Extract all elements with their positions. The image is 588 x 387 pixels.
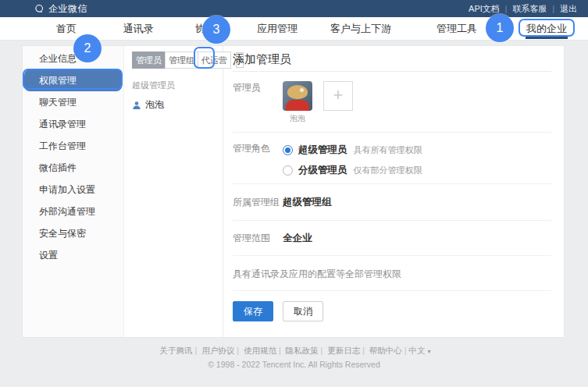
separator: | <box>552 5 554 13</box>
nav-item-customers[interactable]: 客户与上下游 <box>330 17 391 41</box>
role-option-name: 分级管理员 <box>298 164 347 177</box>
scope-field-value: 全企业 <box>283 232 312 245</box>
settings-card: 企业信息 权限管理 聊天管理 通讯录管理 工作台管理 微信插件 申请加入设置 外… <box>22 45 565 338</box>
sidebar-item-external-comm[interactable]: 外部沟通管理 <box>23 201 123 222</box>
topbar-links: API文档 | 联系客服 | 退出 <box>469 3 577 15</box>
nav-item-app-management[interactable]: 应用管理 <box>257 17 298 41</box>
sidebar-item-join-settings[interactable]: 申请加入设置 <box>23 179 123 201</box>
sidebar-item-workbench-management[interactable]: 工作台管理 <box>23 135 123 157</box>
add-admin-form: 添加管理员 管理员 泡泡 + 管理角色 超级管 <box>223 46 564 337</box>
separator: | <box>404 346 407 355</box>
form-actions: 保存 取消 <box>233 291 551 332</box>
app-title: 企业微信 <box>48 2 87 16</box>
group-field-label: 所属管理组 <box>233 196 283 209</box>
group-field-value: 超级管理组 <box>283 196 332 209</box>
avatar-hat-dot <box>300 88 304 92</box>
person-icon <box>132 101 141 110</box>
role-option-super-admin[interactable]: 超级管理员 具有所有管理权限 <box>283 142 422 158</box>
permission-note: 具有通讯录及应用的配置等全部管理权限 <box>233 256 551 291</box>
role-options: 超级管理员 具有所有管理权限 分级管理员 仅有部分管理权限 <box>283 142 422 178</box>
nav-item-admin-tools[interactable]: 管理工具 <box>437 17 477 41</box>
separator: | <box>237 346 239 355</box>
footer-link-privacy[interactable]: 隐私政策 <box>286 346 319 355</box>
radio-unchecked-icon[interactable] <box>283 165 293 176</box>
radio-checked-icon[interactable] <box>283 145 293 155</box>
language-selector[interactable]: 中文 ▾ <box>409 346 431 355</box>
annotation-badge-3: 3 <box>202 16 230 44</box>
separator: | <box>195 346 198 355</box>
api-docs-link[interactable]: API文档 <box>469 3 500 15</box>
admin-member-name: 泡泡 <box>145 98 164 112</box>
cancel-button[interactable]: 取消 <box>283 301 323 321</box>
admin-picker-section: 管理员 泡泡 + <box>233 72 551 133</box>
separator: | <box>362 346 365 355</box>
chevron-down-icon: ▾ <box>427 348 430 355</box>
admin-type-tabs: 管理员 管理组 代运营 + <box>132 51 223 69</box>
scope-field-label: 管理范围 <box>233 232 283 245</box>
role-option-note: 仅有部分管理权限 <box>354 165 422 176</box>
save-button[interactable]: 保存 <box>233 301 273 321</box>
tab-administrators[interactable]: 管理员 <box>132 51 166 69</box>
nav-item-home[interactable]: 首页 <box>56 17 77 41</box>
language-label: 中文 <box>409 346 426 355</box>
role-option-name: 超级管理员 <box>298 144 347 157</box>
admin-avatar-name: 泡泡 <box>283 113 312 124</box>
footer-link-help-center[interactable]: 帮助中心 <box>369 346 402 355</box>
logout-link[interactable]: 退出 <box>560 3 577 15</box>
footer-link-user-agreement[interactable]: 用户协议 <box>201 346 234 355</box>
admin-group-label: 超级管理员 <box>132 80 223 91</box>
sidebar-item-chat-management[interactable]: 聊天管理 <box>23 91 123 113</box>
role-section: 管理角色 超级管理员 具有所有管理权限 分级管理员 仅有部分管理权限 <box>233 133 551 184</box>
add-member-button[interactable]: + <box>323 81 353 111</box>
scope-section: 管理范围 全企业 <box>233 221 551 256</box>
annotation-badge-2: 2 <box>73 34 102 62</box>
role-option-sub-admin[interactable]: 分级管理员 仅有部分管理权限 <box>283 162 422 178</box>
footer-link-usage-rules[interactable]: 使用规范 <box>244 346 276 355</box>
admin-field-label: 管理员 <box>233 81 283 124</box>
settings-sidebar: 企业信息 权限管理 聊天管理 通讯录管理 工作台管理 微信插件 申请加入设置 外… <box>23 46 124 337</box>
annotation-badge-1: 1 <box>486 14 514 42</box>
contact-support-link[interactable]: 联系客服 <box>512 3 547 15</box>
active-nav-underline <box>526 37 568 39</box>
wework-bubble-icon <box>34 4 45 14</box>
admin-group-section: 所属管理组 超级管理组 <box>233 184 551 221</box>
avatar-hat-shape <box>287 85 308 99</box>
sidebar-item-contacts-management[interactable]: 通讯录管理 <box>23 113 123 135</box>
app-logo: 企业微信 <box>34 2 87 16</box>
separator: | <box>321 346 323 355</box>
role-field-label: 管理角色 <box>233 142 283 178</box>
footer-link-about[interactable]: 关于腾讯 <box>160 346 193 355</box>
admin-member-item[interactable]: 泡泡 <box>132 98 223 112</box>
separator: | <box>279 346 281 355</box>
sidebar-item-settings[interactable]: 设置 <box>23 244 123 266</box>
footer-links: 关于腾讯| 用户协议| 使用规范| 隐私政策| 更新日志| 帮助中心| 中文 ▾ <box>0 346 588 357</box>
admin-picker: 泡泡 + <box>283 81 353 124</box>
avatar-shirt-shape <box>286 100 309 111</box>
page-footer: 关于腾讯| 用户协议| 使用规范| 隐私政策| 更新日志| 帮助中心| 中文 ▾… <box>0 346 588 369</box>
admin-avatar <box>283 81 312 111</box>
separator: | <box>505 5 508 13</box>
sidebar-item-wechat-plugin[interactable]: 微信插件 <box>23 157 123 179</box>
nav-item-contacts[interactable]: 通讯录 <box>123 17 154 41</box>
tab-admin-groups[interactable]: 管理组 <box>165 51 198 69</box>
sidebar-item-security[interactable]: 安全与保密 <box>23 222 123 244</box>
page-title: 添加管理员 <box>233 46 551 72</box>
footer-link-changelog[interactable]: 更新日志 <box>327 346 360 355</box>
copyright-text: © 1998 - 2022 Tencent Inc. All Rights Re… <box>0 360 588 369</box>
sidebar-item-permission-management[interactable]: 权限管理 <box>24 69 122 91</box>
admins-column: 管理员 管理组 代运营 + 超级管理员 泡泡 <box>124 46 223 337</box>
role-option-note: 具有所有管理权限 <box>354 144 422 156</box>
selected-admin[interactable]: 泡泡 <box>283 81 312 124</box>
